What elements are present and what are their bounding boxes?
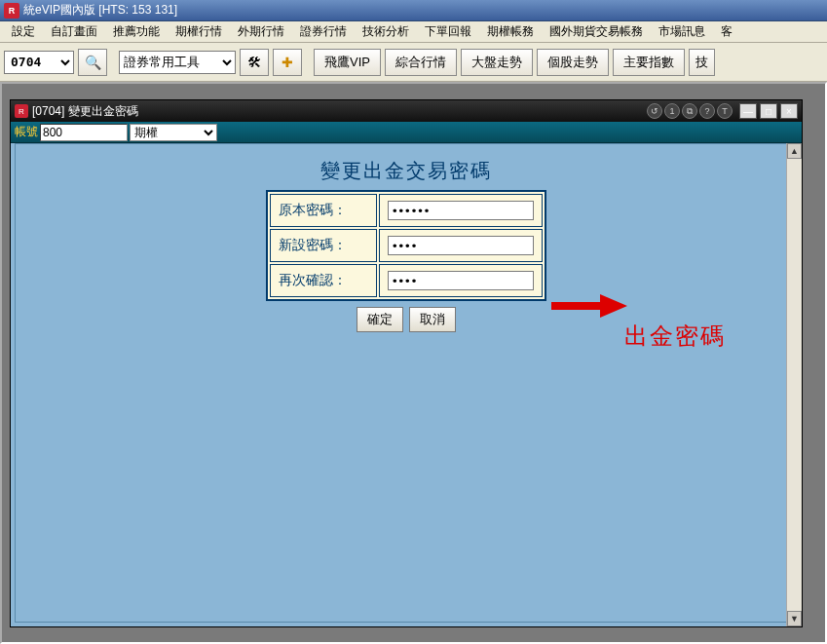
search-icon <box>85 55 101 70</box>
annotation-text: 出金密碼 <box>624 321 726 352</box>
menu-settings[interactable]: 設定 <box>4 21 43 42</box>
inner-window-icon: R <box>15 104 28 118</box>
menu-foreign-futures[interactable]: 外期行情 <box>230 21 292 42</box>
inner-window-title: [0704] 變更出金密碼 <box>32 103 138 120</box>
round-copy[interactable]: ⧉ <box>682 103 697 119</box>
menu-options-quotes[interactable]: 期權行情 <box>168 21 230 42</box>
label-confirm-password: 再次確認： <box>270 264 377 297</box>
app-titlebar: R 統eVIP國內版 [HTS: 153 131] <box>0 0 827 21</box>
cancel-button[interactable]: 取消 <box>409 307 456 332</box>
input-original-password[interactable] <box>388 201 534 220</box>
btn-stock-trend[interactable]: 個股走勢 <box>537 49 609 76</box>
row-confirm-password: 再次確認： <box>270 264 543 297</box>
input-new-password[interactable] <box>388 236 534 255</box>
account-label: 帳號 <box>15 124 38 140</box>
inner-window: R [0704] 變更出金密碼 ↺ 1 ⧉ ? T — □ × 帳號 期權 <box>10 99 803 627</box>
menu-market-news[interactable]: 市場訊息 <box>651 21 713 42</box>
account-input[interactable] <box>40 124 128 141</box>
row-original-password: 原本密碼： <box>270 194 543 227</box>
scroll-up-icon[interactable]: ▲ <box>787 143 802 159</box>
row-new-password: 新設密碼： <box>270 229 543 262</box>
inner-round-controls: ↺ 1 ⧉ ? T <box>647 103 733 119</box>
toolbar: 0704 證券常用工具 飛鷹VIP 綜合行情 大盤走勢 個股走勢 主要指數 技 <box>0 43 827 82</box>
menu-custom-screen[interactable]: 自訂畫面 <box>43 21 105 42</box>
btn-vip[interactable]: 飛鷹VIP <box>314 49 381 76</box>
round-1[interactable]: 1 <box>664 103 680 119</box>
search-button[interactable] <box>78 49 107 76</box>
annotation-arrow-icon <box>551 290 629 322</box>
app-icon: R <box>4 3 19 19</box>
label-original-password: 原本密碼： <box>270 194 377 227</box>
menu-technical[interactable]: 技術分析 <box>355 21 417 42</box>
maximize-button[interactable]: □ <box>760 103 777 119</box>
app-title: 統eVIP國內版 [HTS: 153 131] <box>23 2 177 19</box>
round-t[interactable]: T <box>717 103 733 119</box>
content-panel: 變更出金交易密碼 原本密碼： 新設密碼： 再次確認： <box>15 143 798 623</box>
account-type-select[interactable]: 期權 <box>130 124 217 141</box>
tool-combo[interactable]: 證券常用工具 <box>119 51 236 74</box>
plus-icon <box>282 55 293 70</box>
config-button[interactable] <box>240 49 269 76</box>
inner-titlebar[interactable]: R [0704] 變更出金密碼 ↺ 1 ⧉ ? T — □ × <box>11 100 802 122</box>
minimize-button[interactable]: — <box>739 103 757 119</box>
menu-foreign-account[interactable]: 國外期貨交易帳務 <box>542 21 651 42</box>
menu-customer[interactable]: 客 <box>713 21 740 42</box>
menu-securities-quotes[interactable]: 證券行情 <box>292 21 355 42</box>
tool-icon <box>247 55 261 70</box>
scroll-down-icon[interactable]: ▼ <box>787 611 802 626</box>
menubar: 設定 自訂畫面 推薦功能 期權行情 外期行情 證券行情 技術分析 下單回報 期權… <box>0 21 827 43</box>
menu-order-report[interactable]: 下單回報 <box>417 21 479 42</box>
round-help[interactable]: ? <box>699 103 715 119</box>
confirm-button[interactable]: 確定 <box>357 307 403 332</box>
btn-main-index[interactable]: 主要指數 <box>613 49 685 76</box>
menu-recommended[interactable]: 推薦功能 <box>105 21 168 42</box>
label-new-password: 新設密碼： <box>270 229 377 262</box>
svg-marker-0 <box>551 294 627 318</box>
form-title: 變更出金交易密碼 <box>320 158 492 184</box>
menu-options-account[interactable]: 期權帳務 <box>479 21 542 42</box>
inner-win-controls: — □ × <box>738 103 798 119</box>
input-confirm-password[interactable] <box>388 271 534 290</box>
scrollbar[interactable]: ▲ ▼ <box>786 143 802 626</box>
btn-overflow[interactable]: 技 <box>689 49 715 76</box>
round-refresh[interactable]: ↺ <box>647 103 662 119</box>
code-combo[interactable]: 0704 <box>4 51 74 74</box>
mdi-area: R [0704] 變更出金密碼 ↺ 1 ⧉ ? T — □ × 帳號 期權 <box>0 82 827 644</box>
account-bar: 帳號 期權 <box>11 122 802 143</box>
btn-combined-quotes[interactable]: 綜合行情 <box>385 49 457 76</box>
password-form: 原本密碼： 新設密碼： 再次確認： <box>266 190 546 301</box>
close-button[interactable]: × <box>780 103 798 119</box>
add-button[interactable] <box>273 49 302 76</box>
btn-market-trend[interactable]: 大盤走勢 <box>461 49 533 76</box>
